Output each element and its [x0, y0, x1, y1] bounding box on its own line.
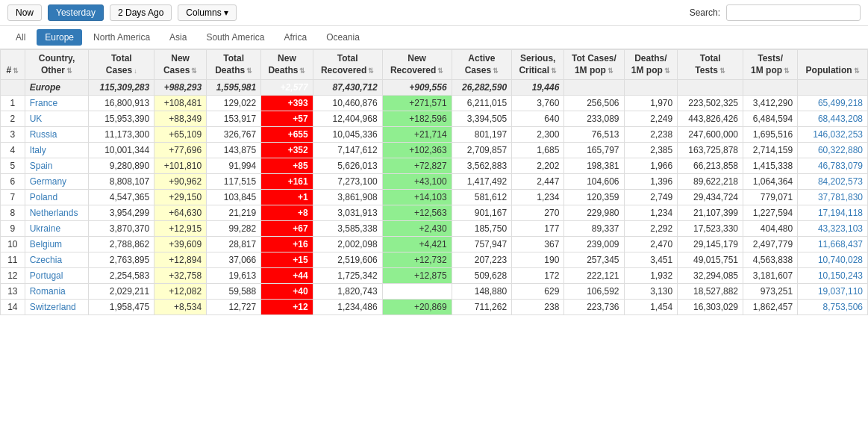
row-country[interactable]: Belgium — [25, 237, 89, 252]
row-country[interactable]: France — [25, 96, 89, 111]
row-total-recovered: 1,820,743 — [313, 284, 382, 300]
country-link[interactable]: Germany — [30, 176, 66, 187]
tab-south-america[interactable]: South America — [198, 29, 272, 46]
col-total-recovered[interactable]: TotalRecovered⇅ — [313, 50, 382, 80]
table-row: 14 Switzerland 1,958,475 +8,534 12,727 +… — [1, 300, 868, 315]
row-serious-critical: 177 — [512, 221, 564, 237]
row-total-cases: 11,173,300 — [89, 127, 154, 143]
row-tot-cases-1m: 198,381 — [564, 158, 624, 174]
row-country[interactable]: Spain — [25, 158, 89, 174]
two-days-ago-button[interactable]: 2 Days Ago — [110, 4, 172, 21]
row-total-cases: 8,808,107 — [89, 174, 154, 190]
row-country[interactable]: UK — [25, 111, 89, 127]
col-total-cases[interactable]: TotalCases↓ — [89, 50, 154, 80]
country-link[interactable]: Netherlands — [30, 208, 78, 218]
search-input[interactable] — [726, 4, 861, 21]
country-link[interactable]: Switzerland — [30, 302, 76, 312]
now-button[interactable]: Now — [7, 4, 42, 21]
row-country[interactable]: Italy — [25, 143, 89, 158]
row-total-recovered: 1,234,486 — [313, 300, 382, 315]
row-country[interactable]: Switzerland — [25, 300, 89, 315]
row-new-deaths: +85 — [261, 158, 313, 174]
row-active-cases: 6,211,015 — [452, 96, 512, 111]
row-active-cases: 3,562,883 — [452, 158, 512, 174]
col-total-tests[interactable]: TotalTests⇅ — [678, 50, 743, 80]
tab-all[interactable]: All — [7, 29, 34, 46]
row-new-cases: +12,915 — [154, 221, 207, 237]
col-num[interactable]: #⇅ — [1, 50, 25, 80]
row-total-tests: 18,527,882 — [678, 284, 743, 300]
tab-oceania[interactable]: Oceania — [318, 29, 368, 46]
country-link[interactable]: Poland — [30, 192, 57, 202]
row-country[interactable]: Czechia — [25, 252, 89, 268]
row-country[interactable]: Ukraine — [25, 221, 89, 237]
row-new-recovered: +182,596 — [382, 111, 452, 127]
row-country[interactable]: Germany — [25, 174, 89, 190]
row-num: 2 — [1, 111, 25, 127]
tab-europe[interactable]: Europe — [37, 29, 82, 46]
row-country[interactable]: Russia — [25, 127, 89, 143]
row-tot-cases-1m: 257,345 — [564, 252, 624, 268]
tab-africa[interactable]: Africa — [275, 29, 315, 46]
region-new-cases: +988,293 — [154, 80, 207, 96]
row-new-deaths: +1 — [261, 190, 313, 205]
col-deaths-1m[interactable]: Deaths/1M pop⇅ — [624, 50, 678, 80]
col-country[interactable]: Country,Other⇅ — [25, 50, 89, 80]
region-row: Europe 115,309,283 +988,293 1,595,981 +2… — [1, 80, 868, 96]
region-population — [798, 80, 868, 96]
row-total-deaths: 103,845 — [207, 190, 261, 205]
row-country[interactable]: Poland — [25, 190, 89, 205]
col-tests-1m[interactable]: Tests/1M pop⇅ — [743, 50, 798, 80]
col-total-deaths[interactable]: TotalDeaths⇅ — [207, 50, 261, 80]
col-new-recovered[interactable]: NewRecovered⇅ — [382, 50, 452, 80]
row-serious-critical: 640 — [512, 111, 564, 127]
country-link[interactable]: Russia — [30, 129, 57, 140]
row-tests-1m: 1,415,338 — [743, 158, 798, 174]
col-active-cases[interactable]: ActiveCases⇅ — [452, 50, 512, 80]
col-new-deaths[interactable]: NewDeaths⇅ — [261, 50, 313, 80]
row-country[interactable]: Romania — [25, 284, 89, 300]
tab-asia[interactable]: Asia — [161, 29, 195, 46]
filter-tabs: All Europe North America Asia South Amer… — [0, 26, 868, 49]
country-link[interactable]: France — [30, 98, 57, 108]
row-active-cases: 757,947 — [452, 237, 512, 252]
country-link[interactable]: Romania — [30, 286, 66, 297]
country-link[interactable]: Italy — [30, 145, 46, 155]
top-bar: Now Yesterday 2 Days Ago Columns ▾ Searc… — [0, 0, 868, 26]
country-link[interactable]: Belgium — [30, 239, 62, 250]
row-deaths-1m: 2,238 — [624, 127, 678, 143]
table-row: 4 Italy 10,001,344 +77,696 143,875 +352 … — [1, 143, 868, 158]
country-link[interactable]: UK — [30, 114, 43, 124]
row-total-recovered: 12,404,968 — [313, 111, 382, 127]
row-serious-critical: 3,760 — [512, 96, 564, 111]
row-serious-critical: 270 — [512, 205, 564, 221]
col-tot-cases-1m[interactable]: Tot Cases/1M pop⇅ — [564, 50, 624, 80]
row-num: 6 — [1, 174, 25, 190]
row-tests-1m: 1,862,457 — [743, 300, 798, 315]
region-total-deaths: 1,595,981 — [207, 80, 261, 96]
row-total-cases: 9,280,890 — [89, 158, 154, 174]
columns-dropdown[interactable]: Columns ▾ — [178, 4, 237, 21]
col-new-cases[interactable]: NewCases⇅ — [154, 50, 207, 80]
row-country[interactable]: Netherlands — [25, 205, 89, 221]
region-total-tests — [678, 80, 743, 96]
row-total-tests: 29,145,179 — [678, 237, 743, 252]
country-link[interactable]: Spain — [30, 161, 53, 171]
country-link[interactable]: Ukraine — [30, 223, 60, 234]
row-country[interactable]: Portugal — [25, 268, 89, 284]
col-population[interactable]: Population⇅ — [798, 50, 868, 80]
row-serious-critical: 2,447 — [512, 174, 564, 190]
tab-north-america[interactable]: North America — [85, 29, 158, 46]
row-deaths-1m: 1,966 — [624, 158, 678, 174]
row-total-deaths: 37,066 — [207, 252, 261, 268]
row-total-tests: 32,294,085 — [678, 268, 743, 284]
row-deaths-1m: 1,234 — [624, 205, 678, 221]
row-population: 146,032,253 — [798, 127, 868, 143]
row-serious-critical: 629 — [512, 284, 564, 300]
col-serious-critical[interactable]: Serious,Critical⇅ — [512, 50, 564, 80]
country-link[interactable]: Czechia — [30, 255, 62, 265]
yesterday-button[interactable]: Yesterday — [48, 4, 104, 21]
row-tests-1m: 779,071 — [743, 190, 798, 205]
country-link[interactable]: Portugal — [30, 270, 63, 281]
row-total-recovered: 2,519,606 — [313, 252, 382, 268]
